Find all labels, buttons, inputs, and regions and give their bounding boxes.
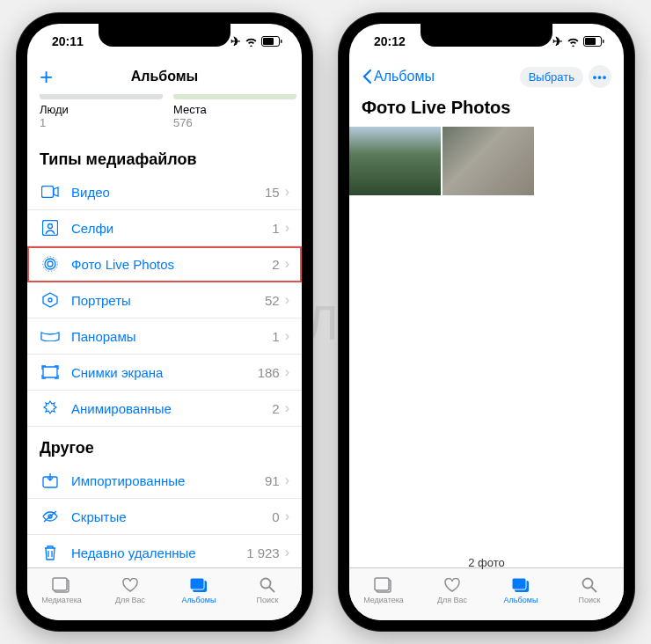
row-count: 2 <box>272 401 279 416</box>
row-label: Снимки экрана <box>71 365 258 380</box>
page-title: Фото Live Photos <box>349 94 624 127</box>
row-label: Портреты <box>71 293 265 308</box>
tab-albums[interactable]: Альбомы <box>165 568 233 611</box>
chevron-right-icon: › <box>285 472 289 488</box>
svg-rect-26 <box>512 578 526 589</box>
footer-count: 2 фото <box>349 556 624 569</box>
row-count: 15 <box>265 185 280 200</box>
tab-search[interactable]: Поиск <box>555 568 624 611</box>
row-label: Недавно удаленные <box>71 545 246 560</box>
svg-rect-17 <box>190 578 204 589</box>
back-button[interactable]: Альбомы <box>362 69 435 84</box>
livephoto-icon <box>40 255 61 273</box>
airplane-icon: ✈ <box>552 34 563 48</box>
svg-point-5 <box>48 224 53 229</box>
tab-label: Медиатека <box>41 596 82 604</box>
row-label: Фото Live Photos <box>71 257 272 272</box>
tab-bar: Медиатека Для Вас Альбомы Поиск <box>349 567 624 620</box>
notch <box>421 24 552 47</box>
svg-point-6 <box>48 261 53 267</box>
row-screenshots[interactable]: Снимки экрана 186 › <box>27 355 302 391</box>
row-count: 2 <box>272 257 279 272</box>
svg-line-28 <box>591 587 596 592</box>
tab-library[interactable]: Медиатека <box>349 568 418 611</box>
album-people[interactable]: Люди 1 <box>40 94 163 129</box>
foryou-icon <box>120 576 141 594</box>
album-count: 1 <box>40 116 163 129</box>
svg-point-18 <box>261 578 271 588</box>
back-label: Альбомы <box>374 69 435 84</box>
row-imported[interactable]: Импортированные 91 › <box>27 463 302 499</box>
chevron-right-icon: › <box>285 509 289 524</box>
tab-search[interactable]: Поиск <box>233 568 302 611</box>
chevron-right-icon: › <box>285 545 289 560</box>
row-label: Видео <box>71 185 265 200</box>
battery-icon <box>261 36 282 47</box>
svg-rect-10 <box>43 367 57 377</box>
select-button[interactable]: Выбрать <box>520 67 583 87</box>
chevron-right-icon: › <box>285 400 289 416</box>
chevron-right-icon: › <box>285 364 289 380</box>
tab-foryou[interactable]: Для Вас <box>96 568 165 611</box>
svg-point-9 <box>48 298 52 302</box>
animated-icon <box>40 399 61 417</box>
svg-rect-1 <box>263 38 274 45</box>
chevron-right-icon: › <box>285 184 289 200</box>
album-places[interactable]: Места 576 <box>173 94 296 129</box>
svg-rect-22 <box>603 40 604 43</box>
airplane-icon: ✈ <box>230 34 241 48</box>
row-animated[interactable]: Анимированные 2 › <box>27 391 302 427</box>
screenshot-icon <box>40 363 61 381</box>
phone-frame-right: 20:12 ✈ Альбомы Выбрать ••• Фото Live Ph… <box>339 13 634 631</box>
row-label: Импортированные <box>71 473 265 488</box>
chevron-right-icon: › <box>285 256 289 272</box>
tab-label: Медиатека <box>363 596 404 604</box>
photo-thumbnail[interactable] <box>443 127 534 195</box>
album-label: Места <box>173 103 296 116</box>
tab-albums[interactable]: Альбомы <box>486 568 555 611</box>
row-deleted[interactable]: Недавно удаленные 1 923 › <box>27 535 302 567</box>
wifi-icon <box>245 37 258 47</box>
search-icon <box>579 576 600 594</box>
row-count: 186 <box>258 365 280 380</box>
row-label: Панорамы <box>71 329 272 344</box>
phone-frame-left: 20:11 ✈ + Альбомы Люди 1 Места 5 <box>17 13 312 631</box>
row-portraits[interactable]: Портреты 52 › <box>27 282 302 318</box>
tab-label: Альбомы <box>182 596 216 604</box>
library-icon <box>373 576 394 594</box>
album-count: 576 <box>173 116 296 129</box>
tab-foryou[interactable]: Для Вас <box>418 568 486 611</box>
wifi-icon <box>567 37 580 47</box>
albums-icon <box>510 576 531 594</box>
svg-line-19 <box>269 587 274 592</box>
svg-rect-15 <box>53 578 67 590</box>
row-count: 1 <box>272 329 279 344</box>
more-button[interactable]: ••• <box>589 65 611 88</box>
svg-rect-2 <box>281 40 282 43</box>
portrait-icon <box>40 291 61 309</box>
tab-library[interactable]: Медиатека <box>27 568 96 611</box>
foryou-icon <box>442 576 463 594</box>
svg-rect-24 <box>375 578 389 590</box>
photo-thumbnail[interactable] <box>349 127 441 195</box>
row-panoramas[interactable]: Панорамы 1 › <box>27 318 302 355</box>
add-button[interactable]: + <box>40 63 53 91</box>
svg-rect-3 <box>42 187 54 198</box>
album-label: Люди <box>40 103 163 116</box>
row-selfie[interactable]: Селфи 1 › <box>27 210 302 246</box>
chevron-right-icon: › <box>285 292 289 308</box>
svg-rect-21 <box>585 38 596 45</box>
row-video[interactable]: Видео 15 › <box>27 174 302 210</box>
notch <box>99 24 230 47</box>
import-icon <box>40 472 61 489</box>
row-hidden[interactable]: Скрытые 0 › <box>27 499 302 535</box>
svg-point-27 <box>583 578 593 588</box>
battery-icon <box>583 36 604 47</box>
row-label: Селфи <box>71 221 272 236</box>
row-live-photos[interactable]: Фото Live Photos 2 › <box>27 246 302 282</box>
hidden-icon <box>40 508 61 525</box>
svg-line-13 <box>44 511 56 522</box>
status-time: 20:12 <box>374 34 406 48</box>
chevron-left-icon <box>362 69 372 84</box>
tab-label: Поиск <box>257 596 279 604</box>
